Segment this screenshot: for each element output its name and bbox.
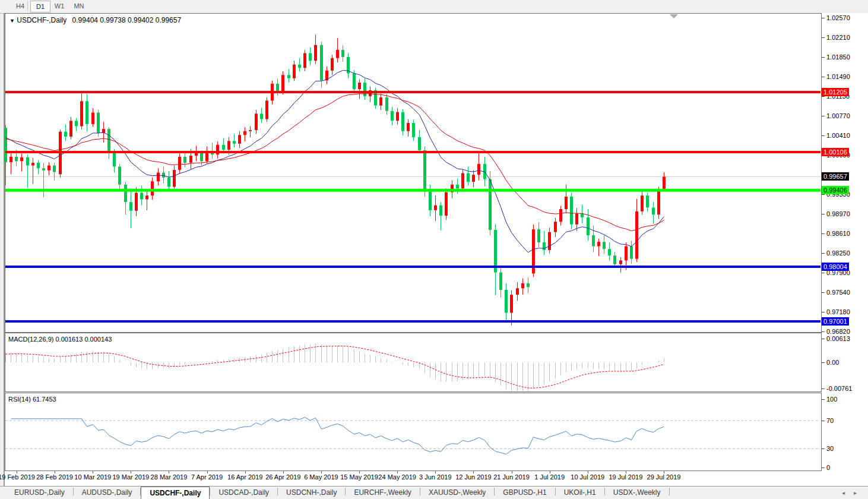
date-tick-label: 7 Apr 2019 (191, 473, 223, 481)
rsi-chart[interactable] (5, 393, 822, 471)
axis-tick-mark (822, 214, 825, 214)
price-tick-label: 1.02570 (826, 14, 850, 21)
price-tick-label: 0.97540 (826, 289, 850, 296)
axis-tick-mark (822, 37, 825, 38)
date-tick-label: 1 Jul 2019 (534, 473, 565, 481)
axis-tick-mark (822, 77, 825, 77)
symbol-tab-audusd-daily[interactable]: AUDUSD-,Daily (74, 487, 141, 499)
axis-tick-mark (822, 18, 825, 18)
candle (162, 166, 165, 183)
axis-tick-mark (822, 253, 825, 254)
axis-tick-mark (822, 449, 825, 449)
candle (53, 163, 56, 181)
candle (42, 163, 45, 197)
candle (75, 118, 78, 131)
axis-tick-mark (822, 468, 825, 468)
current-price-badge: 0.99657 (822, 172, 849, 181)
candle (630, 241, 633, 264)
candle (445, 188, 448, 220)
candle (554, 218, 557, 237)
candle (635, 199, 638, 263)
candle (26, 154, 29, 188)
date-tick-label: 19 Jul 2019 (609, 473, 642, 481)
candle (510, 290, 513, 326)
rsi-tick-label: 30 (826, 445, 834, 452)
candle (157, 168, 160, 185)
symbol-tab-usdcad-daily[interactable]: USDCAD-,Daily (210, 487, 277, 499)
candle (140, 186, 143, 206)
candle (477, 153, 480, 181)
ma-slow-line (6, 94, 664, 231)
axis-tick-mark (822, 233, 825, 234)
rsi-tick-label: 100 (826, 396, 837, 403)
candle (205, 146, 208, 163)
timeframe-button-h4[interactable]: H4 (11, 1, 30, 11)
symbol-tab-usdx-weekly[interactable]: USDX-,Weekly (605, 487, 669, 499)
candle (434, 195, 437, 221)
tab-scroll-right-icon[interactable]: ▸ (854, 489, 857, 496)
candle (233, 134, 236, 147)
symbol-tab-xauusd-weekly[interactable]: XAUUSD-,Weekly (420, 487, 494, 499)
candle (80, 92, 83, 130)
price-tick-label: 0.98610 (826, 230, 850, 237)
candle (69, 117, 72, 140)
timeframe-button-w1[interactable]: W1 (50, 1, 69, 11)
candle (575, 208, 578, 231)
symbol-tab-eurchf-weekly[interactable]: EURCHF-,Weekly (346, 487, 419, 499)
candle (238, 131, 241, 148)
date-tick-label: 26 Apr 2019 (265, 473, 300, 481)
candle (570, 193, 573, 230)
candle (47, 162, 50, 175)
candle (195, 146, 198, 162)
candle (31, 158, 34, 184)
candle (608, 242, 611, 260)
price-tick-label: 0.98250 (826, 250, 850, 257)
candle (4, 125, 7, 185)
macd-label: MACD(12,26,9) 0.001613 0.000143 (8, 336, 112, 343)
symbol-dropdown-icon[interactable]: ▼ (9, 18, 15, 24)
candle (358, 80, 361, 99)
price-level-badge: 0.98004 (822, 263, 849, 271)
candle (129, 188, 132, 228)
candle (505, 283, 508, 323)
candle (64, 125, 67, 141)
symbol-tab-gbpusd-h1[interactable]: GBPUSD-,H1 (495, 487, 555, 499)
axis-tick-mark (822, 116, 825, 116)
candle (461, 169, 464, 192)
candle (532, 225, 535, 277)
tab-scroll-left-icon[interactable]: ◂ (842, 489, 845, 496)
chart-symbol-label: USDCHF-,Daily (17, 16, 66, 24)
timeframe-button-mn[interactable]: MN (69, 1, 88, 11)
candle (9, 153, 12, 175)
candle (548, 228, 551, 253)
candle (401, 109, 404, 135)
candle (97, 110, 100, 137)
candle (347, 53, 350, 78)
date-tick-label: 10 Jul 2019 (571, 473, 604, 481)
candle (287, 69, 290, 83)
candle (107, 127, 110, 159)
axis-tick-mark (822, 362, 825, 363)
candle (439, 202, 442, 230)
price-tick-label: 1.00770 (826, 112, 850, 119)
date-tick-label: 6 May 2019 (304, 473, 338, 481)
date-tick-label: 24 May 2019 (378, 473, 416, 481)
symbol-tab-eurusd-daily[interactable]: EURUSD-,Daily (6, 487, 73, 499)
candle (118, 164, 121, 192)
symbol-tab-usdchf-daily[interactable]: USDCHF-,Daily (141, 487, 210, 499)
price-tick-label: 1.01490 (826, 73, 850, 80)
macd-tick-label: 0.00 (826, 359, 839, 366)
candle (293, 61, 296, 81)
date-tick-label: 19 Feb 2019 (0, 473, 35, 481)
candle (298, 58, 301, 72)
candle (587, 209, 590, 241)
symbol-tab-usdcnh-daily[interactable]: USDCNH-,Daily (278, 487, 345, 499)
macd-chart[interactable] (5, 333, 822, 392)
candle (379, 93, 382, 110)
candlestick-chart[interactable] (5, 13, 822, 333)
symbol-tab-ukoil-h1[interactable]: UKOil-,H1 (556, 487, 604, 499)
price-tick-label: 1.02210 (826, 34, 850, 41)
date-tick-label: 29 Jul 2019 (647, 473, 681, 481)
timeframe-button-d1[interactable]: D1 (30, 1, 50, 12)
candle (167, 171, 170, 191)
